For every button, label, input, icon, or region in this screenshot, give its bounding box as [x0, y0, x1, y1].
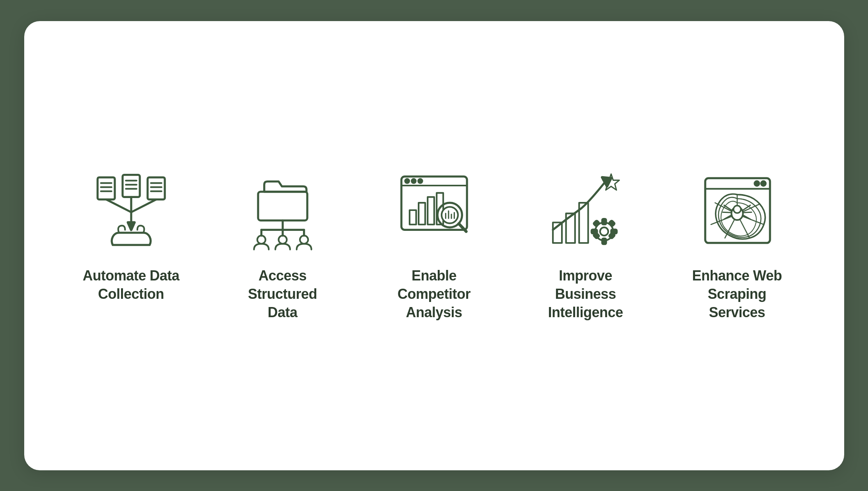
- enhance-web-scraping-label: Enhance Web Scraping Services: [679, 267, 796, 321]
- svg-point-48: [600, 227, 608, 236]
- enable-competitor-analysis-icon: [393, 169, 475, 251]
- svg-line-73: [723, 212, 731, 213]
- svg-rect-33: [428, 197, 434, 225]
- svg-rect-32: [419, 203, 425, 225]
- improve-business-intelligence-icon: [545, 169, 627, 251]
- svg-rect-0: [97, 177, 114, 200]
- feature-enable-competitor-analysis: Enable Competitor Analysis: [376, 169, 493, 321]
- svg-rect-31: [410, 210, 416, 225]
- svg-point-24: [278, 236, 287, 244]
- svg-point-62: [763, 183, 764, 184]
- svg-point-61: [756, 183, 757, 184]
- access-structured-data-icon: [242, 169, 324, 251]
- feature-enhance-web-scraping: Enhance Web Scraping Services: [679, 169, 796, 321]
- svg-line-12: [106, 200, 131, 212]
- svg-point-28: [405, 180, 408, 183]
- svg-rect-4: [122, 175, 139, 197]
- automate-data-collection-icon: [90, 169, 172, 251]
- svg-rect-56: [609, 233, 614, 238]
- features-container: Automate Data Collection: [24, 169, 844, 321]
- svg-rect-49: [602, 219, 606, 224]
- automate-data-collection-label: Automate Data Collection: [83, 267, 180, 304]
- svg-rect-50: [602, 239, 606, 244]
- svg-point-30: [419, 180, 422, 183]
- svg-point-23: [257, 236, 265, 244]
- svg-marker-16: [128, 223, 134, 230]
- svg-point-25: [300, 236, 308, 244]
- access-structured-data-label: Access Structured Data: [224, 267, 341, 321]
- svg-rect-17: [258, 192, 307, 221]
- feature-automate-data-collection: Automate Data Collection: [73, 169, 190, 304]
- svg-rect-55: [594, 233, 599, 238]
- svg-rect-54: [609, 221, 614, 226]
- improve-business-intelligence-label: Improve Business Intelligence: [527, 267, 644, 321]
- feature-improve-business-intelligence: Improve Business Intelligence: [527, 169, 644, 321]
- svg-line-14: [131, 200, 156, 212]
- feature-access-structured-data: Access Structured Data: [224, 169, 341, 321]
- enhance-web-scraping-icon: [696, 169, 778, 251]
- main-card: Automate Data Collection: [24, 21, 844, 470]
- svg-point-36: [441, 207, 458, 223]
- svg-point-71: [733, 206, 741, 213]
- svg-line-76: [743, 212, 751, 213]
- svg-rect-53: [594, 221, 599, 226]
- svg-rect-8: [148, 177, 165, 200]
- enable-competitor-analysis-label: Enable Competitor Analysis: [376, 267, 493, 321]
- svg-point-29: [412, 180, 415, 183]
